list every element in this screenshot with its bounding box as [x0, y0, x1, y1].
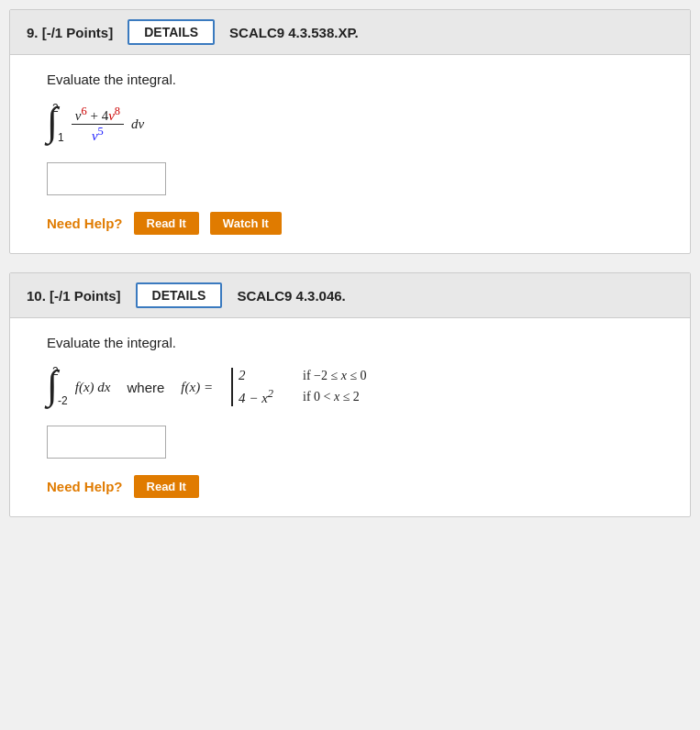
- piecewise-value-2: 4 − x2: [239, 387, 294, 406]
- v8-exponent: 8: [115, 105, 120, 117]
- math-expression-9: ∫ 2 1 v6 + 4v8 v5 dv: [47, 102, 662, 146]
- read-it-button-9[interactable]: Read It: [134, 212, 199, 235]
- piecewise-row-2: 4 − x2 if 0 < x ≤ 2: [239, 387, 367, 406]
- problem-points: [-/1 Points]: [42, 25, 114, 40]
- piecewise-value-1: 2: [239, 368, 294, 383]
- numerator-9: v6 + 4v8: [72, 105, 124, 125]
- instruction-9: Evaluate the integral.: [47, 72, 662, 87]
- problem-id-10: SCALC9 4.3.046.: [237, 288, 345, 304]
- integral-9: ∫ 2 1 v6 + 4v8 v5 dv: [47, 102, 144, 146]
- where-label-10: where: [127, 380, 164, 395]
- problem-9-number: 9. [-/1 Points]: [27, 25, 113, 40]
- problem-9-body: Evaluate the integral. ∫ 2 1 v6 + 4v8: [10, 55, 690, 253]
- problem-10: 10. [-/1 Points] DETAILS SCALC9 4.3.046.…: [9, 272, 691, 517]
- need-help-row-9: Need Help? Read It Watch It: [47, 212, 662, 235]
- integral-limits-10: 2 -2: [58, 365, 68, 409]
- piecewise-function-10: 2 if −2 ≤ x ≤ 0 4 − x2 if 0 < x ≤ 2: [231, 368, 367, 406]
- problem-10-number: 10. [-/1 Points]: [27, 288, 121, 304]
- v5-exponent: 5: [98, 125, 104, 138]
- read-it-button-10[interactable]: Read It: [134, 475, 199, 498]
- dv-label: dv: [131, 116, 144, 132]
- watch-it-button-9[interactable]: Watch It: [210, 212, 282, 235]
- piecewise-condition-2: if 0 < x ≤ 2: [303, 390, 360, 404]
- integral-upper-9: 2: [52, 102, 59, 115]
- integral-with-limits-9: ∫ 2 1: [47, 102, 64, 146]
- piecewise-row-1: 2 if −2 ≤ x ≤ 0: [239, 368, 367, 383]
- problem-10-body: Evaluate the integral. ∫ 2 -2 f(x) dx wh…: [10, 318, 690, 516]
- need-help-label-9: Need Help?: [47, 216, 123, 231]
- integral-lower-9: 1: [58, 131, 64, 144]
- instruction-10: Evaluate the integral.: [47, 335, 662, 350]
- details-button-10[interactable]: DETAILS: [136, 282, 223, 308]
- problem-number-text: 9.: [27, 25, 39, 40]
- v6-exponent: 6: [81, 105, 86, 117]
- problem-10-header: 10. [-/1 Points] DETAILS SCALC9 4.3.046.: [10, 273, 690, 318]
- answer-input-9[interactable]: [47, 162, 166, 195]
- fraction-9: v6 + 4v8 v5: [72, 105, 124, 144]
- integrand-10: f(x) dx: [75, 380, 111, 395]
- integral-10: ∫ 2 -2 f(x) dx: [47, 365, 110, 409]
- need-help-row-10: Need Help? Read It: [47, 475, 662, 498]
- problem-id-9: SCALC9 4.3.538.XP.: [229, 25, 359, 40]
- denominator-9: v5: [88, 125, 107, 144]
- problem-number-10-text: 10.: [27, 288, 46, 304]
- problem-points-10: [-/1 Points]: [50, 288, 121, 304]
- integral-limits-9: 2 1: [58, 102, 64, 146]
- integral-upper-10: 2: [52, 365, 59, 378]
- fx-label-10: f(x) =: [181, 380, 213, 395]
- math-expression-10: ∫ 2 -2 f(x) dx where f(x) = 2 if −2 ≤ x …: [47, 365, 662, 409]
- answer-input-10[interactable]: [47, 426, 166, 459]
- integral-lower-10: -2: [58, 394, 68, 407]
- need-help-label-10: Need Help?: [47, 479, 123, 494]
- problem-9-header: 9. [-/1 Points] DETAILS SCALC9 4.3.538.X…: [10, 10, 690, 55]
- problem-9: 9. [-/1 Points] DETAILS SCALC9 4.3.538.X…: [9, 9, 691, 254]
- piecewise-condition-1: if −2 ≤ x ≤ 0: [303, 369, 367, 383]
- details-button-9[interactable]: DETAILS: [128, 19, 215, 45]
- integral-with-limits-10: ∫ 2 -2: [47, 365, 68, 409]
